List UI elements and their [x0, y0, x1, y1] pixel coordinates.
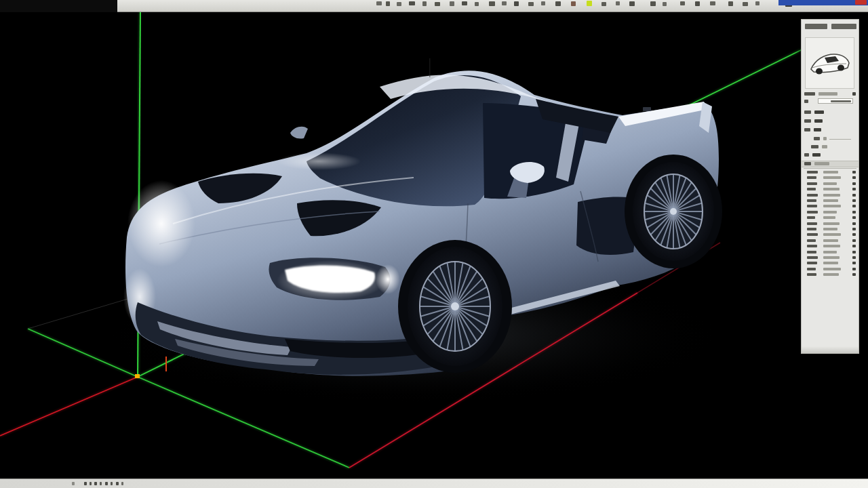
- visibility-icon[interactable]: [852, 239, 856, 242]
- properties-panel: [801, 19, 859, 354]
- toolbar-icon[interactable]: [528, 2, 534, 6]
- layer-row[interactable]: [802, 232, 859, 238]
- status-mark: [105, 482, 108, 485]
- toolbar-icon[interactable]: [489, 1, 495, 6]
- toolbar-icon[interactable]: [571, 1, 576, 6]
- visibility-icon[interactable]: [852, 176, 856, 179]
- status-mark: [116, 482, 119, 485]
- toolbar-icon[interactable]: [587, 1, 592, 6]
- visibility-icon[interactable]: [852, 251, 856, 253]
- layer-row[interactable]: [802, 267, 859, 272]
- toolbar-icon[interactable]: [502, 1, 507, 5]
- car-fender-glare: [127, 180, 195, 267]
- status-mark: [100, 482, 102, 485]
- visibility-icon[interactable]: [852, 273, 856, 276]
- layer-row[interactable]: [802, 170, 859, 176]
- layer-row[interactable]: [802, 256, 859, 261]
- toolbar-icon[interactable]: [475, 2, 479, 6]
- visibility-icon[interactable]: [852, 216, 856, 219]
- toolbar-icon[interactable]: [435, 2, 440, 6]
- viewport-scene: [0, 12, 868, 479]
- status-mark: [111, 482, 113, 485]
- viewport-canvas[interactable]: [0, 12, 868, 479]
- visibility-icon[interactable]: [852, 262, 856, 264]
- visibility-icon[interactable]: [852, 205, 856, 207]
- layer-row[interactable]: [802, 182, 859, 187]
- toolbar-icon[interactable]: [376, 1, 382, 5]
- toolbar-icon[interactable]: [680, 1, 685, 5]
- toolbar-icon[interactable]: [650, 1, 656, 6]
- layer-row[interactable]: [802, 222, 859, 227]
- layer-row[interactable]: [802, 272, 859, 278]
- property-row[interactable]: [802, 136, 859, 142]
- origin-point: [135, 374, 140, 378]
- toolbar-icon[interactable]: [695, 1, 700, 6]
- status-mark: [94, 482, 97, 485]
- toolbar-icon[interactable]: [616, 1, 620, 5]
- layer-row[interactable]: [802, 187, 859, 192]
- layer-row[interactable]: [802, 204, 859, 209]
- property-row[interactable]: [802, 92, 859, 97]
- property-row[interactable]: [802, 99, 859, 104]
- layer-row[interactable]: [802, 244, 859, 249]
- toolbar-icon[interactable]: [397, 2, 401, 6]
- toolbar-icon[interactable]: [663, 2, 667, 6]
- toolbar-icon[interactable]: [541, 1, 545, 5]
- layer-row[interactable]: [802, 239, 859, 244]
- property-row[interactable]: [802, 119, 859, 124]
- layer-row[interactable]: [802, 216, 859, 221]
- toolbar-icon[interactable]: [555, 1, 561, 6]
- property-row[interactable]: [802, 152, 859, 158]
- layer-row[interactable]: [802, 193, 859, 199]
- red-tick: [165, 357, 167, 371]
- toolbar-icon[interactable]: [386, 1, 390, 6]
- status-mark: [84, 482, 87, 485]
- layer-row[interactable]: [802, 261, 859, 266]
- layer-row[interactable]: [802, 210, 859, 216]
- title-bar: [778, 0, 868, 5]
- visibility-icon[interactable]: [852, 199, 856, 202]
- car-wheel-rear: [625, 155, 722, 268]
- layer-row[interactable]: [802, 227, 859, 232]
- visibility-icon[interactable]: [852, 188, 856, 190]
- status-mark: [90, 482, 92, 485]
- toolbar-icon[interactable]: [409, 1, 415, 5]
- toolbar-icon[interactable]: [514, 1, 519, 6]
- property-row[interactable]: [802, 127, 859, 133]
- toolbar-icon[interactable]: [743, 2, 748, 6]
- toolbar-icon[interactable]: [728, 1, 733, 6]
- visibility-icon[interactable]: [852, 182, 856, 185]
- toolbar-icon[interactable]: [755, 1, 760, 5]
- visibility-icon[interactable]: [852, 228, 856, 230]
- panel-input[interactable]: [818, 98, 853, 104]
- visibility-icon[interactable]: [852, 245, 856, 247]
- status-marks: [0, 479, 868, 488]
- visibility-icon[interactable]: [852, 233, 856, 236]
- menubar: [117, 0, 868, 12]
- car-headlight-right: [376, 264, 400, 294]
- car-headlight-glow: [277, 260, 385, 301]
- property-row[interactable]: [802, 144, 859, 150]
- toolbar-icon[interactable]: [601, 2, 606, 6]
- panel-footer: [802, 346, 859, 353]
- row-button-icon[interactable]: [852, 92, 856, 96]
- layer-row[interactable]: [802, 250, 859, 256]
- panel-section-row[interactable]: [802, 161, 859, 167]
- visibility-icon[interactable]: [852, 171, 856, 174]
- visibility-icon[interactable]: [852, 268, 856, 270]
- toolbar-icon[interactable]: [450, 1, 454, 6]
- toolbar-icon[interactable]: [462, 1, 467, 5]
- layer-row[interactable]: [802, 199, 859, 204]
- visibility-icon[interactable]: [852, 256, 856, 259]
- visibility-icon[interactable]: [852, 222, 856, 225]
- axis-downleft-red: [0, 377, 138, 436]
- layer-row[interactable]: [802, 176, 859, 181]
- property-row[interactable]: [802, 110, 859, 115]
- toolbar-icon[interactable]: [422, 1, 427, 6]
- visibility-icon[interactable]: [852, 194, 856, 197]
- toolbar-icon[interactable]: [710, 1, 715, 5]
- close-button-icon[interactable]: [855, 0, 867, 5]
- visibility-icon[interactable]: [852, 211, 856, 214]
- panel-divider: [804, 168, 856, 169]
- toolbar-icon[interactable]: [629, 1, 635, 6]
